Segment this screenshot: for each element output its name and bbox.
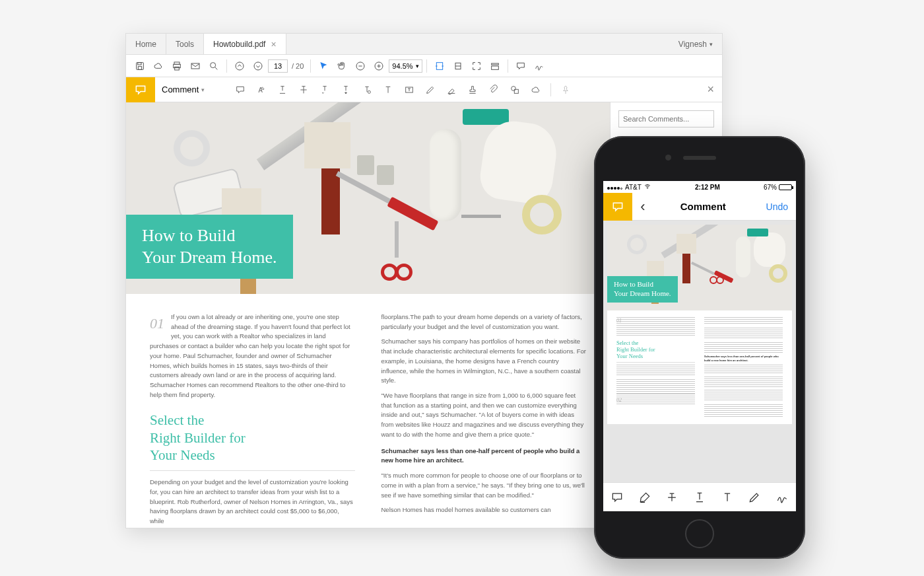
comment-icon[interactable] bbox=[512, 57, 529, 75]
cloud-icon[interactable] bbox=[150, 57, 167, 75]
phone-header: ‹ Comment Undo bbox=[603, 193, 796, 221]
battery-percent: 67% bbox=[764, 184, 777, 191]
comment-ribbon: Comment▾ × bbox=[126, 77, 722, 102]
zoom-level[interactable]: 94.5%▾ bbox=[389, 59, 422, 73]
svg-point-7 bbox=[211, 62, 216, 67]
svg-rect-5 bbox=[175, 67, 180, 70]
signature-icon[interactable] bbox=[771, 486, 793, 509]
eraser-icon[interactable] bbox=[442, 81, 461, 99]
article-body: 01 If you own a lot already or are inher… bbox=[126, 294, 610, 528]
hero-title: How to Build Your Dream Home. bbox=[126, 215, 293, 279]
hero-title-line1: How to Build bbox=[142, 225, 277, 247]
signal-icon bbox=[607, 184, 623, 191]
insert-text-icon[interactable] bbox=[337, 81, 355, 99]
phone-title: Comment bbox=[640, 201, 766, 212]
svg-rect-6 bbox=[191, 63, 199, 69]
email-icon[interactable] bbox=[187, 57, 204, 75]
svg-point-21 bbox=[368, 90, 371, 93]
close-ribbon-icon[interactable]: × bbox=[707, 83, 714, 96]
tab-tools-label: Tools bbox=[176, 40, 194, 49]
pin-icon[interactable] bbox=[556, 81, 575, 99]
search-icon[interactable] bbox=[205, 57, 222, 75]
shapes-icon[interactable] bbox=[506, 81, 524, 99]
hand-tool-icon[interactable] bbox=[333, 57, 350, 75]
zoom-in-icon[interactable] bbox=[370, 57, 387, 75]
comment-dropdown[interactable]: Comment▾ bbox=[162, 85, 205, 94]
phone-subhead: Select the Right Builder for Your Needs bbox=[616, 340, 695, 360]
page-up-icon[interactable] bbox=[231, 57, 248, 75]
phone-num-2: 02 bbox=[616, 396, 622, 404]
replace-text-icon[interactable] bbox=[315, 81, 334, 99]
undo-button[interactable]: Undo bbox=[766, 201, 796, 212]
phone-hero-line1: How to Build bbox=[614, 280, 671, 289]
fit-width-icon[interactable] bbox=[431, 57, 448, 75]
svg-rect-19 bbox=[491, 63, 498, 65]
main-toolbar: / 20 94.5%▾ bbox=[126, 55, 722, 77]
phone-document[interactable]: How to Build Your Dream Home. 01 Select … bbox=[603, 221, 796, 482]
page-total: / 20 bbox=[292, 62, 304, 70]
underline-icon[interactable] bbox=[688, 486, 711, 509]
tab-home-label: Home bbox=[135, 40, 156, 49]
stamp-icon[interactable] bbox=[463, 81, 482, 99]
save-icon[interactable] bbox=[131, 57, 148, 75]
tab-tools[interactable]: Tools bbox=[166, 34, 204, 54]
phone-hero-line2: Your Dream Home. bbox=[614, 289, 671, 299]
text-tool-icon[interactable] bbox=[379, 81, 397, 99]
fullscreen-icon[interactable] bbox=[468, 57, 485, 75]
hero-title-line2: Your Dream Home. bbox=[142, 247, 277, 269]
tab-home[interactable]: Home bbox=[126, 34, 166, 54]
hero-image: How to Build Your Dream Home. bbox=[126, 102, 610, 294]
sticky-note-icon[interactable] bbox=[606, 486, 628, 509]
col2-bold: Schumacher says less than one-half perce… bbox=[381, 447, 587, 466]
search-comments-input[interactable] bbox=[618, 110, 714, 127]
page-number-input[interactable] bbox=[268, 59, 288, 73]
pencil-icon[interactable] bbox=[421, 81, 440, 99]
col2-p3: "We have floorplans that range in size f… bbox=[381, 391, 587, 440]
text-comment-icon[interactable] bbox=[358, 81, 376, 99]
document-pane[interactable]: How to Build Your Dream Home. 01 If you … bbox=[126, 102, 610, 528]
cloud-shape-icon[interactable] bbox=[527, 81, 545, 99]
svg-rect-2 bbox=[138, 66, 141, 69]
pencil-icon[interactable] bbox=[743, 486, 766, 509]
phone-article: 01 Select the Right Builder for Your Nee… bbox=[607, 310, 792, 424]
phone-hero: How to Build Your Dream Home. bbox=[607, 225, 792, 310]
phone-num-1: 01 bbox=[616, 317, 622, 325]
fit-page-icon[interactable] bbox=[449, 57, 467, 75]
sign-icon[interactable] bbox=[531, 57, 548, 75]
text-box-icon[interactable] bbox=[400, 81, 418, 99]
comment-mode-icon bbox=[603, 193, 632, 221]
selection-tool-icon[interactable] bbox=[315, 57, 332, 75]
tab-document-label: Howtobuild.pdf bbox=[213, 40, 265, 49]
svg-point-28 bbox=[647, 188, 647, 189]
carrier-label: AT&T bbox=[625, 184, 642, 191]
tab-bar: Home Tools Howtobuild.pdf × Vignesh ▾ bbox=[126, 34, 722, 55]
highlight-icon[interactable] bbox=[634, 486, 656, 509]
close-tab-icon[interactable]: × bbox=[271, 39, 276, 50]
tab-document[interactable]: Howtobuild.pdf × bbox=[204, 34, 286, 54]
subheading: Select the Right Builder for Your Needs bbox=[150, 412, 355, 464]
zoom-value: 94.5% bbox=[392, 62, 412, 70]
page-down-icon[interactable] bbox=[249, 57, 267, 75]
print-icon[interactable] bbox=[168, 57, 185, 75]
col2-p5: Nelson Homes has model homes available s… bbox=[381, 505, 587, 515]
user-menu[interactable]: Vignesh ▾ bbox=[669, 34, 722, 54]
text-tool-icon[interactable] bbox=[716, 486, 739, 509]
home-button[interactable] bbox=[685, 519, 714, 548]
strikethrough-icon[interactable] bbox=[661, 486, 683, 509]
phone-screen: AT&T 2:12 PM 67% ‹ Comment Undo bbox=[603, 181, 796, 511]
user-name: Vignesh bbox=[678, 40, 707, 49]
svg-rect-20 bbox=[491, 66, 498, 69]
strikethrough-icon[interactable] bbox=[294, 81, 313, 99]
svg-point-25 bbox=[512, 86, 516, 90]
status-bar: AT&T 2:12 PM 67% bbox=[603, 181, 796, 193]
chevron-down-icon: ▾ bbox=[416, 63, 419, 69]
read-mode-icon[interactable] bbox=[486, 57, 504, 75]
underline-icon[interactable] bbox=[273, 81, 292, 99]
attach-icon[interactable] bbox=[484, 81, 503, 99]
zoom-out-icon[interactable] bbox=[352, 57, 369, 75]
phone-bold: Schumacher says less than one-half perce… bbox=[704, 355, 783, 363]
sticky-note-icon[interactable] bbox=[231, 81, 249, 99]
wifi-icon bbox=[644, 183, 651, 191]
highlight-icon[interactable] bbox=[252, 81, 271, 99]
svg-rect-16 bbox=[436, 62, 442, 69]
